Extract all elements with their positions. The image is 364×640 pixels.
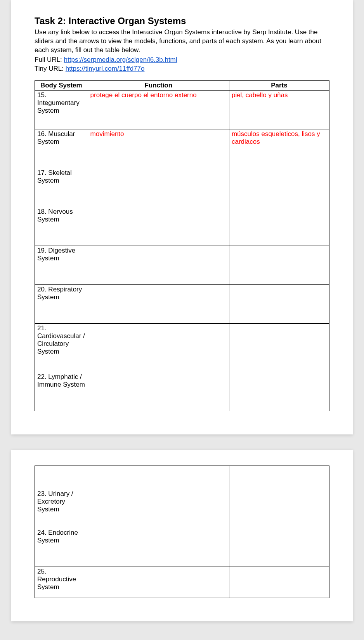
header-parts: Parts (229, 80, 329, 90)
cell-function[interactable] (88, 567, 229, 598)
tiny-url-link[interactable]: https://tinyurl.com/11ffd77o (66, 65, 145, 72)
cell-parts[interactable] (229, 168, 329, 207)
tiny-url-label: Tiny URL: (35, 65, 66, 72)
cell-system: 16. Muscular System (35, 129, 88, 168)
cell-parts[interactable] (229, 246, 329, 284)
cell-system: 24. Endocrine System (35, 528, 88, 567)
cell-function[interactable] (88, 284, 229, 323)
cell-function[interactable] (88, 489, 229, 528)
full-url-line: Full URL: https://serpmedia.org/scigen/l… (35, 56, 329, 65)
organ-systems-table-2: 23. Urinary / Excretory System 24. Endoc… (35, 466, 329, 598)
cell-system: 15. Integumentary System (35, 90, 88, 129)
full-url-label: Full URL: (35, 56, 64, 63)
cell-function[interactable] (88, 207, 229, 246)
intro-text: Use any link below to access the Interac… (35, 28, 329, 55)
cell-parts[interactable] (229, 207, 329, 246)
cell-parts[interactable] (229, 489, 329, 528)
table-row (35, 466, 329, 489)
cell-system: 17. Skeletal System (35, 168, 88, 207)
cell-parts[interactable]: piel, cabello y uñas (229, 90, 329, 129)
table-row: 25. Reproductive System (35, 567, 329, 598)
cell-system: 20. Respiratory System (35, 284, 88, 323)
cell-function[interactable] (88, 528, 229, 567)
tiny-url-line: Tiny URL: https://tinyurl.com/11ffd77o (35, 65, 329, 73)
cell-function[interactable] (88, 246, 229, 284)
cell-function[interactable] (88, 323, 229, 372)
task-title: Task 2: Interactive Organ Systems (35, 16, 329, 26)
cell-parts[interactable] (229, 372, 329, 411)
cell-function[interactable] (88, 372, 229, 411)
cell-function[interactable]: protege el cuerpo el entorno externo (88, 90, 229, 129)
cell-system (35, 466, 88, 489)
cell-parts[interactable]: músculos esqueleticos, lisos y cardiacos (229, 129, 329, 168)
cell-parts[interactable] (229, 284, 329, 323)
table-row: 17. Skeletal System (35, 168, 329, 207)
cell-system: 18. Nervous System (35, 207, 88, 246)
cell-system: 23. Urinary / Excretory System (35, 489, 88, 528)
table-header-row: Body System Function Parts (35, 80, 329, 90)
document-page-2: 23. Urinary / Excretory System 24. Endoc… (11, 450, 353, 621)
table-row: 23. Urinary / Excretory System (35, 489, 329, 528)
table-row: 15. Integumentary System protege el cuer… (35, 90, 329, 129)
table-row: 22. Lymphatic / Immune System (35, 372, 329, 411)
organ-systems-table-1: Body System Function Parts 15. Integumen… (35, 80, 329, 411)
cell-parts[interactable] (229, 528, 329, 567)
table-row: 18. Nervous System (35, 207, 329, 246)
cell-parts[interactable] (229, 466, 329, 489)
cell-function[interactable] (88, 168, 229, 207)
full-url-link[interactable]: https://serpmedia.org/scigen/l6.3b.html (64, 56, 177, 63)
table-row: 24. Endocrine System (35, 528, 329, 567)
table-row: 21. Cardiovascular / Circulatory System (35, 323, 329, 372)
table-row: 16. Muscular System movimiento músculos … (35, 129, 329, 168)
cell-parts[interactable] (229, 323, 329, 372)
cell-function[interactable] (88, 466, 229, 489)
cell-parts[interactable] (229, 567, 329, 598)
cell-system: 21. Cardiovascular / Circulatory System (35, 323, 88, 372)
document-page-1: Task 2: Interactive Organ Systems Use an… (11, 0, 353, 434)
table-row: 19. Digestive System (35, 246, 329, 284)
header-body-system: Body System (35, 80, 88, 90)
table-row: 20. Respiratory System (35, 284, 329, 323)
cell-function[interactable]: movimiento (88, 129, 229, 168)
header-function: Function (88, 80, 229, 90)
cell-system: 22. Lymphatic / Immune System (35, 372, 88, 411)
cell-system: 25. Reproductive System (35, 567, 88, 598)
cell-system: 19. Digestive System (35, 246, 88, 284)
